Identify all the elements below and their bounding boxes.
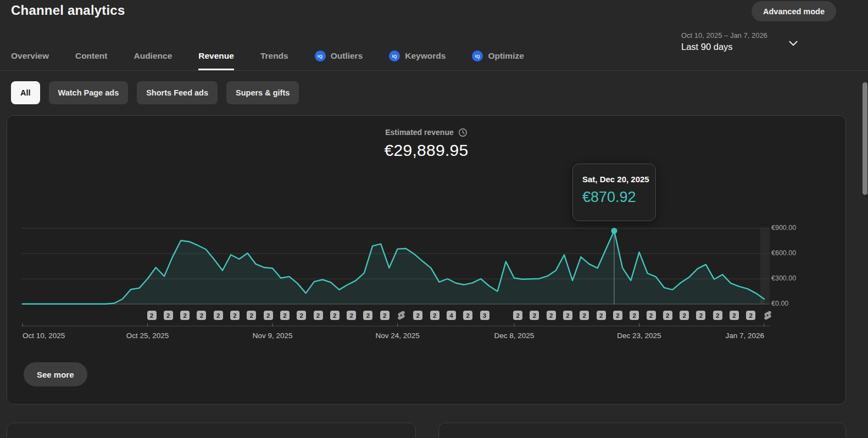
upload-marker[interactable]: 2	[696, 311, 705, 320]
upload-marker[interactable]: 2	[730, 311, 739, 320]
tab-revenue[interactable]: Revenue	[198, 42, 234, 70]
y-axis-label: €900.00	[771, 224, 796, 232]
upload-marker[interactable]: 2	[214, 311, 223, 320]
tab-trends[interactable]: Trends	[260, 42, 288, 70]
tooltip-date: Sat, Dec 20, 2025	[582, 175, 655, 184]
tab-audience[interactable]: Audience	[133, 42, 172, 70]
upload-marker[interactable]: 2	[330, 311, 340, 320]
revenue-area-fill	[23, 231, 764, 305]
revenue-line-chart[interactable]	[7, 116, 847, 405]
upload-marker[interactable]: 2	[363, 311, 372, 320]
upload-marker[interactable]: 2	[280, 311, 290, 320]
upload-marker[interactable]: 2	[680, 311, 689, 320]
tooltip-value: €870.92	[582, 189, 655, 206]
date-range-text: Oct 10, 2025 – Jan 7, 2026	[681, 31, 767, 40]
y-axis-label: €600.00	[771, 249, 796, 257]
upload-marker[interactable]: 2	[430, 311, 439, 320]
estimated-revenue-card: Estimated revenue €29,889.95 Sat, Dec 20…	[7, 115, 846, 405]
upload-marker[interactable]: 2	[314, 311, 323, 320]
chart-tooltip: Sat, Dec 20, 2025 €870.92	[572, 164, 656, 221]
iq-badge-icon: IQ	[389, 50, 400, 61]
upload-marker[interactable]: 4	[447, 311, 456, 320]
tab-label: Trends	[260, 51, 288, 61]
shorts-upload-marker-icon[interactable]	[763, 310, 773, 321]
shorts-upload-marker-icon[interactable]	[396, 310, 407, 321]
upload-marker[interactable]: 2	[297, 311, 306, 320]
tab-label: Audience	[133, 51, 172, 61]
upload-marker[interactable]: 2	[530, 311, 539, 320]
upload-marker[interactable]: 2	[597, 311, 606, 320]
filter-chip-all[interactable]: All	[11, 81, 40, 104]
upload-marker[interactable]: 2	[463, 311, 472, 320]
tab-optimize[interactable]: IQOptimize	[472, 42, 524, 70]
upload-marker[interactable]: 2	[380, 311, 390, 320]
date-range-texts: Oct 10, 2025 – Jan 7, 2026 Last 90 days	[681, 31, 767, 52]
bottom-card-right	[438, 423, 846, 438]
upload-marker[interactable]: 2	[580, 311, 589, 320]
x-axis-label: Oct 10, 2025	[23, 332, 65, 340]
x-axis-label: Dec 23, 2025	[617, 332, 661, 340]
upload-marker[interactable]: 3	[480, 311, 489, 320]
scrollbar-thumb[interactable]	[863, 82, 867, 195]
x-axis-label: Jan 7, 2026	[725, 332, 764, 340]
upload-marker[interactable]: 2	[164, 311, 173, 320]
upload-marker[interactable]: 2	[613, 311, 622, 320]
x-axis-label: Nov 24, 2025	[375, 332, 419, 340]
x-axis-label: Oct 25, 2025	[126, 332, 169, 340]
upload-marker[interactable]: 2	[180, 311, 190, 320]
y-axis-label: €300.00	[771, 274, 796, 282]
upload-marker[interactable]: 2	[713, 311, 722, 320]
date-range-selector[interactable]: Oct 10, 2025 – Jan 7, 2026 Last 90 days	[681, 31, 800, 52]
incomplete-data-band	[760, 228, 770, 304]
filter-chip-watch-page-ads[interactable]: Watch Page ads	[49, 81, 129, 104]
tab-label: Outliers	[331, 51, 363, 61]
chevron-down-icon	[786, 36, 800, 50]
upload-marker[interactable]: 2	[413, 311, 422, 320]
filter-chip-row: AllWatch Page adsShorts Feed adsSupers &…	[11, 81, 299, 104]
tab-keywords[interactable]: IQKeywords	[389, 42, 446, 70]
filter-chip-supers-gifts[interactable]: Supers & gifts	[226, 81, 299, 104]
see-more-button[interactable]: See more	[24, 362, 87, 386]
x-axis-label: Nov 9, 2025	[253, 332, 293, 340]
tab-label: Content	[75, 51, 108, 61]
tab-label: Revenue	[198, 51, 234, 61]
upload-marker[interactable]: 2	[197, 311, 206, 320]
iq-badge-icon: IQ	[472, 50, 483, 61]
upload-marker[interactable]: 2	[563, 311, 572, 320]
upload-marker[interactable]: 2	[513, 311, 522, 320]
x-axis-label: Dec 8, 2025	[494, 332, 535, 340]
y-axis-label: €0.00	[771, 300, 788, 307]
upload-marker[interactable]: 2	[230, 311, 240, 320]
filter-chip-shorts-feed-ads[interactable]: Shorts Feed ads	[137, 81, 218, 104]
tab-label: Keywords	[405, 51, 446, 61]
iq-badge-icon: IQ	[315, 50, 326, 61]
tab-outliers[interactable]: IQOutliers	[315, 42, 363, 70]
upload-marker[interactable]: 2	[264, 311, 273, 320]
upload-marker[interactable]: 2	[630, 311, 639, 320]
page-title: Channel analytics	[11, 3, 125, 18]
upload-marker[interactable]: 2	[647, 311, 656, 320]
channel-analytics-page: Channel analytics Advanced mode Overview…	[0, 0, 868, 438]
tab-overview[interactable]: Overview	[11, 42, 49, 70]
highlighted-data-point[interactable]	[611, 228, 617, 234]
tab-label: Overview	[11, 51, 49, 61]
tab-content[interactable]: Content	[75, 42, 108, 70]
tab-label: Optimize	[488, 51, 524, 61]
upload-marker[interactable]: 2	[547, 311, 556, 320]
date-range-preset: Last 90 days	[681, 42, 767, 52]
bottom-card-left	[7, 423, 416, 438]
upload-marker[interactable]: 2	[247, 311, 256, 320]
upload-marker[interactable]: 2	[746, 311, 755, 320]
advanced-mode-button[interactable]: Advanced mode	[752, 1, 836, 21]
upload-marker[interactable]: 2	[147, 311, 157, 320]
upload-marker[interactable]: 2	[347, 311, 356, 320]
upload-marker[interactable]: 2	[663, 311, 672, 320]
